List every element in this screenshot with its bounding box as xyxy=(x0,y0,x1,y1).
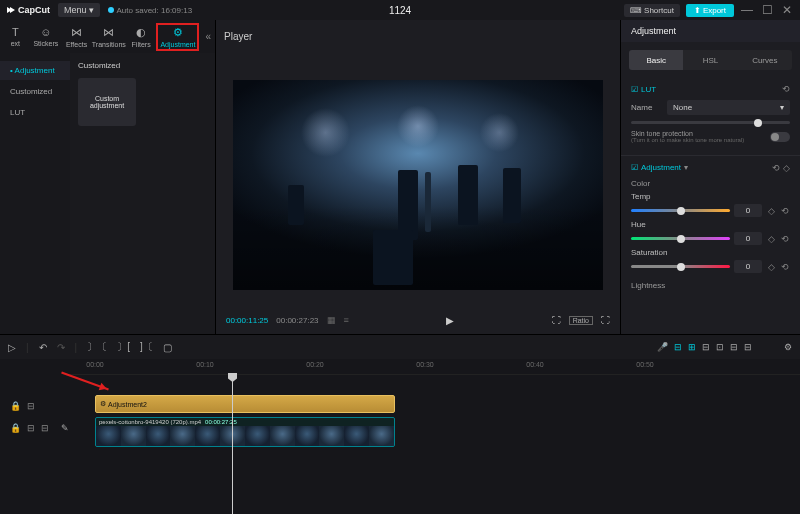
skin-tone-sublabel: (Turn it on to make skin tone more natur… xyxy=(631,137,744,143)
export-button[interactable]: ⬆ Export xyxy=(686,4,734,17)
lock-icon[interactable]: 🔒 xyxy=(10,423,21,433)
category-sidebar: Adjustment Customized LUT xyxy=(0,53,70,334)
hue-reset-icon[interactable]: ⟲ xyxy=(780,234,790,244)
undo-icon[interactable]: ↶ xyxy=(39,342,47,353)
fullscreen-icon[interactable]: ⛶ xyxy=(601,315,610,325)
split-right-icon[interactable]: ]〔 xyxy=(140,340,153,354)
close-button[interactable]: ✕ xyxy=(780,3,794,17)
split-icon[interactable]: 〕〔 xyxy=(87,340,107,354)
tab-filters[interactable]: ◐Filters xyxy=(126,20,157,53)
properties-tabs: Basic HSL Curves xyxy=(629,50,792,70)
temp-reset-icon[interactable]: ⟲ xyxy=(780,206,790,216)
effects-icon: ⋈ xyxy=(71,26,82,39)
lock-icon[interactable]: 🔒 xyxy=(10,401,21,411)
saturation-value[interactable]: 0 xyxy=(734,260,762,273)
lightness-category: Lightness xyxy=(631,281,790,290)
color-category: Color xyxy=(631,179,790,188)
tool2-icon[interactable]: ⊞ xyxy=(688,342,696,352)
expand-tabs-button[interactable]: « xyxy=(201,31,215,42)
custom-adjustment-block[interactable]: Custom adjustment xyxy=(78,78,136,126)
skin-tone-label: Skin tone protection xyxy=(631,130,744,137)
stickers-icon: ☺ xyxy=(40,26,51,38)
tool1-icon[interactable]: ⊟ xyxy=(674,342,682,352)
mic-icon[interactable]: 🎤 xyxy=(657,342,668,352)
playhead[interactable] xyxy=(232,375,233,514)
scale-icon[interactable]: ⛶ xyxy=(552,315,561,325)
play-button[interactable]: ▶ xyxy=(446,315,454,326)
properties-panel: Adjustment Basic HSL Curves ☑LUT ⟲ Name … xyxy=(620,20,800,334)
temp-value[interactable]: 0 xyxy=(734,204,762,217)
visibility-icon[interactable]: ⊟ xyxy=(27,401,35,411)
properties-title: Adjustment xyxy=(621,20,800,42)
visibility-icon[interactable]: ⊟ xyxy=(41,423,49,433)
timeline-tracks[interactable]: ⚙ Adjustment2 pexels-cottonbro-9419420 (… xyxy=(70,375,800,514)
saturation-keyframe-icon[interactable]: ◇ xyxy=(766,262,776,272)
tool5-icon[interactable]: ⊟ xyxy=(744,342,752,352)
video-frame xyxy=(233,80,603,290)
text-icon: T xyxy=(12,26,19,38)
ratio-button[interactable]: Ratio xyxy=(569,316,593,325)
media-tabs: Text ☺Stickers ⋈Effects ⋈Transitions ◐Fi… xyxy=(0,20,215,53)
project-title: 1124 xyxy=(389,5,411,16)
hue-value[interactable]: 0 xyxy=(734,232,762,245)
tool3-icon[interactable]: ⊟ xyxy=(702,342,710,352)
shortcut-button[interactable]: ⌨ Shortcut xyxy=(624,4,680,17)
hue-slider[interactable] xyxy=(631,237,730,240)
timeline-ruler[interactable]: 00:00 00:10 00:20 00:30 00:40 00:50 xyxy=(70,359,800,375)
sidebar-item-adjustment[interactable]: Adjustment xyxy=(0,61,70,80)
title-bar: CapCut Menu▾ Auto saved: 16:09:13 1124 ⌨… xyxy=(0,0,800,20)
tab-transitions[interactable]: ⋈Transitions xyxy=(92,20,126,53)
saturation-slider[interactable] xyxy=(631,265,730,268)
customized-header: Customized xyxy=(78,61,207,70)
tab-effects[interactable]: ⋈Effects xyxy=(61,20,92,53)
temp-slider[interactable] xyxy=(631,209,730,212)
keyframe-icon[interactable]: ◇ xyxy=(783,163,790,173)
temp-label: Temp xyxy=(631,192,790,201)
hue-label: Hue xyxy=(631,220,790,229)
duration: 00:00:27:23 xyxy=(276,316,318,325)
timeline-panel: ▷ | ↶ ↷ | 〕〔 〕[ ]〔 ▢ 🎤 ⊟ ⊞ ⊟ ⊡ ⊟ ⊟ ⚙ 00:… xyxy=(0,334,800,514)
adjustment-section-title: ☑Adjustment▾ xyxy=(631,163,688,172)
tool4-icon[interactable]: ⊟ xyxy=(730,342,738,352)
split-left-icon[interactable]: 〕[ xyxy=(117,340,130,354)
pointer-tool-icon[interactable]: ▷ xyxy=(8,342,16,353)
app-logo: CapCut xyxy=(6,5,50,15)
video-clip[interactable]: pexels-cottonbro-9419420 (720p).mp400:00… xyxy=(95,417,395,447)
crop-icon[interactable]: ⊡ xyxy=(716,342,724,352)
preview-list-icon[interactable]: ≡ xyxy=(344,315,349,325)
minimize-button[interactable]: — xyxy=(740,3,754,17)
hue-keyframe-icon[interactable]: ◇ xyxy=(766,234,776,244)
temp-keyframe-icon[interactable]: ◇ xyxy=(766,206,776,216)
tab-curves[interactable]: Curves xyxy=(738,50,792,70)
checkbox-icon[interactable]: ☑ xyxy=(631,163,638,172)
lut-reset-icon[interactable]: ⟲ xyxy=(782,84,790,94)
autosave-status: Auto saved: 16:09:13 xyxy=(108,6,193,15)
adjustment-reset-icon[interactable]: ⟲ xyxy=(772,163,780,173)
redo-icon[interactable]: ↷ xyxy=(57,342,65,353)
adjustment-clip[interactable]: ⚙ Adjustment2 xyxy=(95,395,395,413)
sidebar-item-lut[interactable]: LUT xyxy=(0,103,70,122)
tab-text[interactable]: Text xyxy=(0,20,31,53)
mute-icon[interactable]: ⊟ xyxy=(27,423,35,433)
saturation-reset-icon[interactable]: ⟲ xyxy=(780,262,790,272)
delete-icon[interactable]: ▢ xyxy=(163,342,172,353)
lut-intensity-slider[interactable] xyxy=(631,121,790,124)
player-panel: Player 00:00:11:25 00:00:27:23 ▦ ≡ ▶ ⛶ R… xyxy=(215,20,620,334)
preview-quality-icon[interactable]: ▦ xyxy=(327,315,336,325)
edit-icon[interactable]: ✎ xyxy=(61,423,69,433)
transitions-icon: ⋈ xyxy=(103,26,114,39)
tab-stickers[interactable]: ☺Stickers xyxy=(31,20,62,53)
menu-button[interactable]: Menu▾ xyxy=(58,3,100,17)
media-panel: Text ☺Stickers ⋈Effects ⋈Transitions ◐Fi… xyxy=(0,20,215,334)
autosave-dot-icon xyxy=(108,7,114,13)
tab-basic[interactable]: Basic xyxy=(629,50,683,70)
lut-select[interactable]: None▾ xyxy=(667,100,790,115)
player-viewport[interactable] xyxy=(216,53,620,306)
checkbox-icon[interactable]: ☑ xyxy=(631,85,638,94)
settings-icon[interactable]: ⚙ xyxy=(784,342,792,352)
maximize-button[interactable]: ☐ xyxy=(760,3,774,17)
sidebar-item-customized[interactable]: Customized xyxy=(0,82,70,101)
tab-adjustment[interactable]: ⚙Adjustment xyxy=(160,26,195,48)
tab-hsl[interactable]: HSL xyxy=(683,50,737,70)
skin-tone-toggle[interactable] xyxy=(770,132,790,142)
